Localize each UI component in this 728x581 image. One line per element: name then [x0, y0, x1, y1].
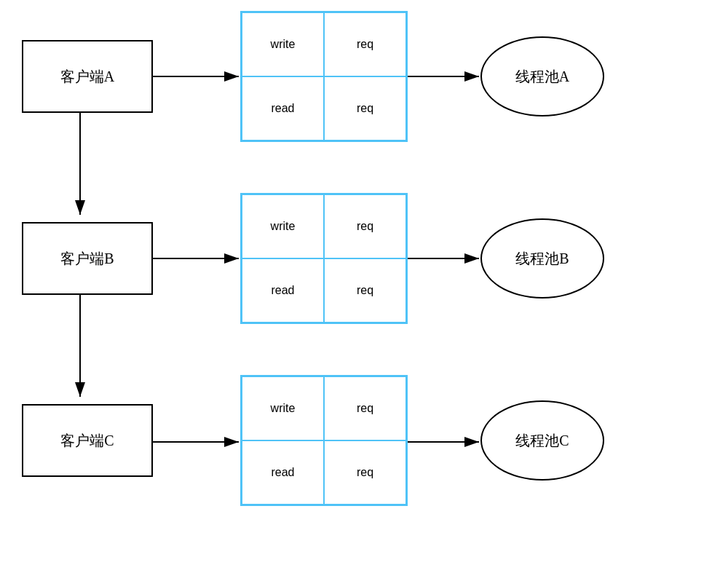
queue-b-req2: req: [324, 258, 406, 323]
diagram-container: 客户端A write req read req 线程池A 客户端B write …: [0, 0, 728, 581]
queue-b-read: read: [242, 258, 324, 323]
pool-b-label: 线程池B: [515, 249, 569, 269]
queue-box-c: write req read req: [240, 375, 408, 506]
queue-b-req1: req: [324, 194, 406, 258]
thread-pool-c: 线程池C: [480, 400, 604, 481]
queue-c-req1: req: [324, 376, 406, 440]
queue-a-req2: req: [324, 76, 406, 141]
client-box-b: 客户端B: [22, 222, 153, 295]
queue-a-write: write: [242, 12, 324, 76]
queue-c-req2: req: [324, 440, 406, 505]
queue-c-write: write: [242, 376, 324, 440]
queue-b-write: write: [242, 194, 324, 258]
queue-a-req1: req: [324, 12, 406, 76]
client-box-a: 客户端A: [22, 40, 153, 113]
pool-c-label: 线程池C: [515, 431, 569, 451]
thread-pool-a: 线程池A: [480, 36, 604, 116]
client-box-c: 客户端C: [22, 404, 153, 477]
queue-box-b: write req read req: [240, 193, 408, 324]
client-a-label: 客户端A: [60, 67, 114, 87]
client-c-label: 客户端C: [60, 431, 114, 451]
client-b-label: 客户端B: [60, 249, 114, 269]
queue-box-a: write req read req: [240, 11, 408, 142]
queue-c-read: read: [242, 440, 324, 505]
pool-a-label: 线程池A: [515, 67, 569, 87]
queue-a-read: read: [242, 76, 324, 141]
thread-pool-b: 线程池B: [480, 218, 604, 299]
